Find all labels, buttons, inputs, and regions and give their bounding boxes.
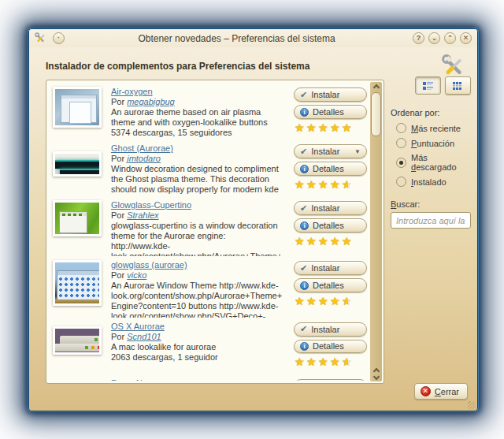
list-item: glowglass (aurorae) Por vicko An Aurorae… [49, 256, 369, 318]
info-icon: i [300, 342, 309, 351]
thumbnail-glowglass-cupertino [53, 200, 102, 236]
check-icon: ✔ [300, 147, 307, 157]
item-author: Por megabigbug [111, 97, 175, 106]
info-icon: i [300, 221, 309, 230]
details-button[interactable]: iDetalles [294, 218, 367, 233]
star-icon[interactable]: ★★ [318, 296, 330, 307]
list-item: FormaN ✔Instalar [49, 368, 369, 381]
install-button[interactable]: ✔Instalar [294, 379, 367, 381]
info-icon: i [300, 165, 309, 173]
star-icon[interactable]: ★★ [306, 296, 318, 307]
info-icon: i [300, 108, 309, 117]
item-title-link[interactable]: glowglass (aurorae) [111, 260, 187, 270]
detail-view-button[interactable] [415, 76, 441, 95]
item-title-link[interactable]: Glowglass-Cupertino [111, 200, 191, 210]
item-description: An aurorae theme based on air plasma the… [111, 107, 287, 128]
titlebar-menu-button[interactable]: · [53, 32, 65, 44]
item-title-link[interactable]: Ghost (Aurorae) [111, 143, 173, 154]
star-icon[interactable]: ★★ [295, 296, 306, 307]
list-scrollbar[interactable] [370, 82, 382, 381]
thumbnail-osx-aurorae [53, 326, 102, 355]
tools-icon [441, 54, 466, 79]
item-title-link[interactable]: FormaN [111, 378, 143, 381]
star-icon[interactable]: ★★ [330, 356, 342, 368]
item-title-link[interactable]: OS X Aurorae [111, 322, 165, 332]
addon-list: Air-oxygen Por megabigbug An aurorae the… [46, 80, 384, 384]
star-icon[interactable]: ★★ [330, 236, 342, 247]
radio-icon [396, 123, 406, 133]
item-author: Por Strahlex [111, 210, 159, 220]
star-icon[interactable]: ★★ [342, 296, 354, 307]
icon-view-button[interactable] [445, 76, 471, 95]
star-icon[interactable]: ★★ [306, 356, 318, 368]
install-button[interactable]: ✔Instalar [294, 87, 367, 102]
star-icon[interactable]: ★★ [318, 122, 330, 134]
star-icon[interactable]: ★★ [295, 122, 306, 134]
radio-icon [396, 138, 406, 148]
star-icon[interactable]: ★★ [342, 122, 354, 134]
star-icon[interactable]: ★★ [330, 296, 342, 307]
list-item: Glowglass-Cupertino Por Strahlex glowgla… [49, 196, 369, 256]
install-button[interactable]: ✔Instalar [294, 322, 367, 337]
author-link[interactable]: Scnd101 [127, 332, 161, 341]
sidebar: Ordenar por: Más reciente Puntuación Más… [391, 76, 471, 229]
star-icon[interactable]: ★★ [295, 179, 306, 191]
star-icon[interactable]: ★★ [295, 356, 306, 368]
dialog-window: · Obtener novedades – Preferencias del s… [28, 28, 478, 411]
author-link[interactable]: vicko [127, 270, 146, 280]
author-link[interactable]: Strahlex [127, 210, 158, 220]
list-item: Ghost (Aurorae) Por jmtodaro Window deco… [49, 140, 369, 196]
install-button[interactable]: ✔Instalar [294, 201, 367, 215]
star-icon[interactable]: ★★ [330, 122, 342, 134]
scroll-up-arrow[interactable] [370, 82, 382, 90]
details-button[interactable]: iDetalles [294, 340, 367, 354]
star-icon[interactable]: ★★ [306, 179, 318, 191]
item-description: glowglass-cupertino is a window decorati… [111, 221, 287, 256]
radio-rating[interactable]: Puntuación [396, 138, 471, 148]
star-icon[interactable]: ★★ [330, 179, 342, 191]
author-link[interactable]: megabigbug [127, 97, 175, 106]
close-button[interactable]: ✕ Cerrar [414, 383, 468, 400]
install-button[interactable]: ✔Instalar [294, 261, 367, 275]
minimize-button[interactable]: ⌄ [428, 32, 440, 44]
page-title: Instalador de complementos para Preferen… [46, 61, 309, 72]
details-button[interactable]: iDetalles [294, 162, 367, 176]
resize-grip[interactable] [468, 401, 476, 409]
item-description: An Aurorae Window Theme http://www.kde-l… [111, 281, 287, 318]
thumbnail-air-oxygen [53, 87, 102, 128]
rating-stars: ★★★★★★★★★★ [294, 356, 367, 368]
details-button[interactable]: iDetalles [294, 278, 367, 292]
author-link[interactable]: jmtodaro [127, 154, 161, 163]
radio-most-downloads[interactable]: Más descargado [396, 153, 471, 172]
close-x-icon: ✕ [421, 386, 431, 396]
app-icon [35, 32, 46, 44]
radio-icon [396, 158, 406, 168]
star-icon[interactable]: ★★ [342, 356, 354, 368]
scroll-down-arrow[interactable] [370, 374, 382, 381]
search-input[interactable] [391, 212, 471, 229]
star-icon[interactable]: ★★ [318, 356, 330, 368]
star-icon[interactable]: ★★ [342, 179, 354, 191]
rating-stars: ★★★★★★★★★★ [294, 236, 367, 247]
star-icon[interactable]: ★★ [306, 122, 318, 134]
radio-installed[interactable]: Instalado [396, 177, 471, 187]
star-icon[interactable]: ★★ [306, 236, 318, 247]
dropdown-arrow-icon: ▼ [354, 148, 361, 155]
install-button[interactable]: ✔Instalar▼ [294, 144, 367, 158]
star-icon[interactable]: ★★ [295, 236, 306, 247]
help-button[interactable]: ? [413, 32, 424, 44]
rating-stars: ★★★★★★★★★★ [294, 179, 367, 191]
star-icon[interactable]: ★★ [318, 179, 330, 191]
star-icon[interactable]: ★★ [318, 236, 330, 247]
item-title-link[interactable]: Air-oxygen [111, 87, 153, 97]
list-item: OS X Aurorae Por Scnd101 A mac lookalike… [49, 318, 369, 368]
close-window-button[interactable]: ✕ [460, 32, 472, 44]
radio-most-recent[interactable]: Más reciente [396, 123, 471, 133]
scrollbar-thumb[interactable] [371, 92, 381, 136]
item-stats: 2063 descargas, 1 seguidor [111, 352, 287, 363]
details-button[interactable]: iDetalles [294, 105, 367, 119]
star-icon[interactable]: ★★ [342, 236, 354, 247]
titlebar[interactable]: · Obtener novedades – Preferencias del s… [29, 29, 477, 47]
check-icon: ✔ [300, 90, 307, 100]
maximize-button[interactable]: ⌃ [444, 32, 456, 44]
